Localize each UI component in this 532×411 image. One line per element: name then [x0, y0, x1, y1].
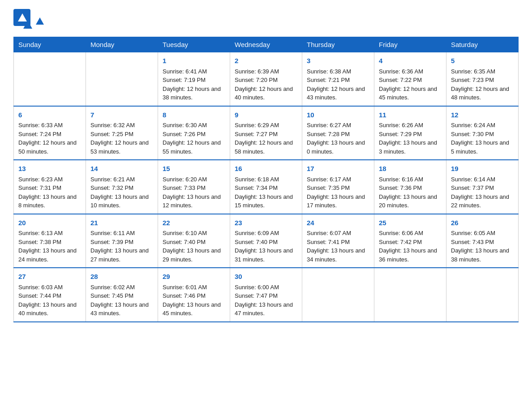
- calendar-cell: 19Sunrise: 6:14 AMSunset: 7:37 PMDayligh…: [446, 160, 519, 214]
- sunset-text: Sunset: 7:19 PM: [163, 76, 225, 85]
- sunrise-text: Sunrise: 6:38 AM: [307, 67, 369, 76]
- daylight-text: Daylight: 12 hours and 38 minutes.: [163, 85, 225, 102]
- calendar-cell: 12Sunrise: 6:24 AMSunset: 7:30 PMDayligh…: [446, 106, 519, 160]
- calendar-cell: 23Sunrise: 6:09 AMSunset: 7:40 PMDayligh…: [230, 214, 302, 268]
- day-number: 12: [451, 110, 514, 120]
- daylight-text: Daylight: 13 hours and 15 minutes.: [235, 193, 297, 210]
- day-number: 20: [18, 218, 81, 228]
- calendar-cell: 13Sunrise: 6:23 AMSunset: 7:31 PMDayligh…: [14, 160, 86, 214]
- daylight-text: Daylight: 13 hours and 38 minutes.: [451, 246, 514, 264]
- header-friday: Friday: [374, 37, 446, 52]
- daylight-text: Daylight: 13 hours and 40 minutes.: [18, 300, 81, 318]
- calendar-cell: 1Sunrise: 6:41 AMSunset: 7:19 PMDaylight…: [158, 52, 230, 106]
- sunrise-text: Sunrise: 6:24 AM: [451, 121, 514, 130]
- sunset-text: Sunset: 7:43 PM: [451, 238, 514, 247]
- sunset-text: Sunset: 7:27 PM: [235, 130, 297, 139]
- sunrise-text: Sunrise: 6:21 AM: [90, 175, 153, 184]
- sunset-text: Sunset: 7:33 PM: [163, 184, 225, 193]
- day-number: 24: [307, 218, 369, 228]
- calendar-cell: 22Sunrise: 6:10 AMSunset: 7:40 PMDayligh…: [158, 214, 230, 268]
- calendar-cell: [14, 52, 86, 106]
- logo-text-block: [34, 17, 46, 25]
- calendar-cell: 29Sunrise: 6:01 AMSunset: 7:46 PMDayligh…: [158, 268, 230, 322]
- calendar-cell: 30Sunrise: 6:00 AMSunset: 7:47 PMDayligh…: [230, 268, 302, 322]
- calendar-header-row: SundayMondayTuesdayWednesdayThursdayFrid…: [14, 37, 519, 52]
- day-number: 22: [163, 218, 225, 228]
- calendar-week-2: 6Sunrise: 6:33 AMSunset: 7:24 PMDaylight…: [14, 106, 519, 160]
- calendar-cell: 17Sunrise: 6:17 AMSunset: 7:35 PMDayligh…: [302, 160, 374, 214]
- calendar-cell: 28Sunrise: 6:02 AMSunset: 7:45 PMDayligh…: [86, 268, 158, 322]
- sunrise-text: Sunrise: 6:29 AM: [235, 121, 297, 130]
- sunrise-text: Sunrise: 6:03 AM: [18, 283, 81, 292]
- sunset-text: Sunset: 7:41 PM: [307, 238, 369, 247]
- calendar-cell: 24Sunrise: 6:07 AMSunset: 7:41 PMDayligh…: [302, 214, 374, 268]
- header-sunday: Sunday: [14, 37, 86, 52]
- daylight-text: Daylight: 13 hours and 27 minutes.: [90, 246, 153, 264]
- day-number: 8: [163, 110, 225, 120]
- calendar-cell: [446, 268, 519, 322]
- sunset-text: Sunset: 7:28 PM: [307, 130, 369, 139]
- sunset-text: Sunset: 7:31 PM: [18, 184, 81, 193]
- calendar-cell: 15Sunrise: 6:20 AMSunset: 7:33 PMDayligh…: [158, 160, 230, 214]
- sunrise-text: Sunrise: 6:39 AM: [235, 67, 297, 76]
- sunset-text: Sunset: 7:26 PM: [163, 130, 225, 139]
- sunrise-text: Sunrise: 6:33 AM: [18, 121, 81, 130]
- calendar-week-1: 1Sunrise: 6:41 AMSunset: 7:19 PMDaylight…: [14, 52, 519, 106]
- calendar-cell: 21Sunrise: 6:11 AMSunset: 7:39 PMDayligh…: [86, 214, 158, 268]
- daylight-text: Daylight: 13 hours and 45 minutes.: [163, 300, 225, 318]
- day-number: 1: [163, 56, 225, 66]
- calendar-table: SundayMondayTuesdayWednesdayThursdayFrid…: [13, 37, 519, 322]
- sunset-text: Sunset: 7:34 PM: [235, 184, 297, 193]
- calendar-week-5: 27Sunrise: 6:03 AMSunset: 7:44 PMDayligh…: [14, 268, 519, 322]
- day-number: 16: [235, 164, 297, 174]
- sunrise-text: Sunrise: 6:35 AM: [451, 67, 514, 76]
- day-number: 29: [163, 272, 225, 282]
- header-wednesday: Wednesday: [230, 37, 302, 52]
- sunrise-text: Sunrise: 6:13 AM: [18, 229, 81, 238]
- header-monday: Monday: [86, 37, 158, 52]
- sunset-text: Sunset: 7:45 PM: [90, 291, 153, 300]
- calendar-cell: [374, 268, 446, 322]
- day-number: 6: [18, 110, 81, 120]
- sunrise-text: Sunrise: 6:27 AM: [307, 121, 369, 130]
- sunrise-text: Sunrise: 6:20 AM: [163, 175, 225, 184]
- sunset-text: Sunset: 7:36 PM: [379, 184, 442, 193]
- logo-mark: [13, 9, 32, 32]
- logo-icon: [13, 9, 32, 30]
- calendar-cell: 4Sunrise: 6:36 AMSunset: 7:22 PMDaylight…: [374, 52, 446, 106]
- sunset-text: Sunset: 7:46 PM: [163, 291, 225, 300]
- calendar-cell: 18Sunrise: 6:16 AMSunset: 7:36 PMDayligh…: [374, 160, 446, 214]
- calendar-cell: 26Sunrise: 6:05 AMSunset: 7:43 PMDayligh…: [446, 214, 519, 268]
- daylight-text: Daylight: 12 hours and 55 minutes.: [163, 138, 225, 156]
- svg-marker-4: [36, 17, 44, 25]
- day-number: 15: [163, 164, 225, 174]
- daylight-text: Daylight: 12 hours and 40 minutes.: [235, 85, 297, 102]
- daylight-text: Daylight: 13 hours and 0 minutes.: [307, 138, 369, 156]
- sunrise-text: Sunrise: 6:36 AM: [379, 67, 442, 76]
- sunrise-text: Sunrise: 6:00 AM: [235, 283, 297, 292]
- sunrise-text: Sunrise: 6:02 AM: [90, 283, 153, 292]
- day-number: 23: [235, 218, 297, 228]
- daylight-text: Daylight: 12 hours and 45 minutes.: [379, 85, 442, 102]
- daylight-text: Daylight: 13 hours and 10 minutes.: [90, 193, 153, 210]
- sunset-text: Sunset: 7:23 PM: [451, 76, 514, 85]
- daylight-text: Daylight: 13 hours and 3 minutes.: [379, 138, 442, 156]
- sunrise-text: Sunrise: 6:18 AM: [235, 175, 297, 184]
- header-tuesday: Tuesday: [158, 37, 230, 52]
- day-number: 19: [451, 164, 514, 174]
- calendar-cell: 27Sunrise: 6:03 AMSunset: 7:44 PMDayligh…: [14, 268, 86, 322]
- calendar-cell: 6Sunrise: 6:33 AMSunset: 7:24 PMDaylight…: [14, 106, 86, 160]
- calendar-cell: 7Sunrise: 6:32 AMSunset: 7:25 PMDaylight…: [86, 106, 158, 160]
- calendar-cell: 20Sunrise: 6:13 AMSunset: 7:38 PMDayligh…: [14, 214, 86, 268]
- day-number: 26: [451, 218, 514, 228]
- day-number: 9: [235, 110, 297, 120]
- day-number: 4: [379, 56, 442, 66]
- sunset-text: Sunset: 7:21 PM: [307, 76, 369, 85]
- calendar-cell: 11Sunrise: 6:26 AMSunset: 7:29 PMDayligh…: [374, 106, 446, 160]
- page-header: [13, 9, 519, 32]
- sunrise-text: Sunrise: 6:14 AM: [451, 175, 514, 184]
- day-number: 28: [90, 272, 153, 282]
- sunrise-text: Sunrise: 6:16 AM: [379, 175, 442, 184]
- day-number: 25: [379, 218, 442, 228]
- sunrise-text: Sunrise: 6:06 AM: [379, 229, 442, 238]
